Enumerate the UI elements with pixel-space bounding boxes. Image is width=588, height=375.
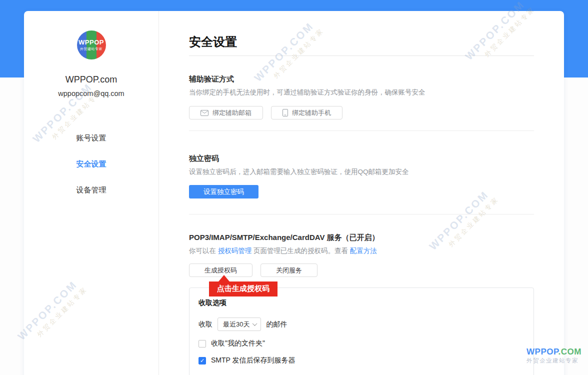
fetch-options-heading: 收取选项 xyxy=(198,298,524,308)
smtp-save-label: SMTP 发信后保存到服务器 xyxy=(211,356,296,365)
pwd-description: 设置独立密码后，进入邮箱需要输入独立密码验证，使用QQ邮箱更加安全 xyxy=(189,168,534,176)
logo-subtext: 外贸建站专家 xyxy=(80,46,102,52)
bind-backup-email-label: 绑定辅助邮箱 xyxy=(212,108,252,118)
chevron-down-icon xyxy=(252,321,258,326)
wppop-logo: WPPOP 外贸建站专家 xyxy=(77,30,106,60)
sidebar-item-device-management[interactable]: 设备管理 xyxy=(24,186,158,195)
title-divider xyxy=(189,56,534,56)
sidebar-item-security-settings[interactable]: 安全设置 xyxy=(24,160,158,169)
aux-buttons-row: 绑定辅助邮箱 绑定辅助手机 xyxy=(189,106,534,120)
close-service-button[interactable]: 关闭服务 xyxy=(260,264,318,277)
envelope-icon xyxy=(200,110,208,116)
footer-brand-tagline: 外贸企业建站专家 xyxy=(526,358,582,364)
section-divider xyxy=(189,130,534,131)
callout-label: 点击生成授权码 xyxy=(217,284,270,292)
pop-desc-mid: 页面管理已生成的授权码。查看 xyxy=(254,247,348,254)
fetch-range-select[interactable]: 最近30天 xyxy=(218,318,261,331)
fetch-options-box: 收取选项 收取 最近30天 的邮件 收取"我的文件夹" xyxy=(189,288,534,375)
fetch-prefix-label: 收取 xyxy=(198,320,212,329)
account-email: wppopcom@qq.com xyxy=(24,90,158,98)
fetch-my-folders-label: 收取"我的文件夹" xyxy=(211,339,265,348)
logo-text: WPPOP xyxy=(78,38,104,46)
pop-desc-prefix: 你可以在 xyxy=(189,247,216,254)
mobile-phone-icon xyxy=(282,109,288,116)
fetch-range-value: 最近30天 xyxy=(223,320,250,329)
main-content: 安全设置 辅助验证方式 当你绑定的手机无法使用时，可通过辅助验证方式验证你的身份… xyxy=(159,11,564,375)
smtp-save-checkbox[interactable] xyxy=(198,357,206,364)
pop-controls-wrap: 生成授权码 关闭服务 点击生成授权码 收取选项 收取 最近30天 xyxy=(189,264,534,375)
sidebar-nav: 账号设置 安全设置 设备管理 xyxy=(24,134,158,195)
footer-brand: WPPOP.COM 外贸企业建站专家 xyxy=(526,347,582,364)
footer-brand-wppop: WPPOP xyxy=(526,347,558,356)
footer-brand-name: WPPOP.COM xyxy=(526,347,582,357)
pop-description: 你可以在 授权码管理 页面管理已生成的授权码。查看 配置方法 xyxy=(189,246,534,256)
independent-password-section: 独立密码 设置独立密码后，进入邮箱需要输入独立密码验证，使用QQ邮箱更加安全 设… xyxy=(189,154,534,214)
generate-auth-code-callout: 点击生成授权码 xyxy=(209,282,278,296)
aux-heading: 辅助验证方式 xyxy=(189,74,534,84)
sidebar-item-account-settings[interactable]: 账号设置 xyxy=(24,134,158,143)
fetch-range-row: 收取 最近30天 的邮件 xyxy=(198,318,524,331)
aux-verification-section: 辅助验证方式 当你绑定的手机无法使用时，可通过辅助验证方式验证你的身份，确保账号… xyxy=(189,74,534,131)
pwd-heading: 独立密码 xyxy=(189,154,534,164)
section-divider xyxy=(189,214,534,214)
footer-brand-com: .COM xyxy=(558,347,582,356)
bind-backup-phone-label: 绑定辅助手机 xyxy=(292,108,331,118)
set-independent-password-button[interactable]: 设置独立密码 xyxy=(189,185,258,198)
page-title: 安全设置 xyxy=(189,34,534,50)
aux-description: 当你绑定的手机无法使用时，可通过辅助验证方式验证你的身份，确保账号安全 xyxy=(189,88,534,97)
account-name: WPPOP.com xyxy=(24,74,158,85)
fetch-my-folders-row: 收取"我的文件夹" xyxy=(198,339,524,348)
pop-heading: POP3/IMAP/SMTP/Exchange/CardDAV 服务（已开启） xyxy=(189,233,534,242)
settings-card: WPPOP 外贸建站专家 WPPOP.com wppopcom@qq.com 账… xyxy=(24,11,564,375)
sidebar: WPPOP 外贸建站专家 WPPOP.com wppopcom@qq.com 账… xyxy=(24,11,159,375)
pop-service-section: POP3/IMAP/SMTP/Exchange/CardDAV 服务（已开启） … xyxy=(189,233,534,375)
bind-backup-email-button[interactable]: 绑定辅助邮箱 xyxy=(189,106,263,120)
fetch-suffix-label: 的邮件 xyxy=(266,320,287,329)
bind-backup-phone-button[interactable]: 绑定辅助手机 xyxy=(271,106,342,120)
callout-arrow-up-icon xyxy=(218,275,230,282)
pop-buttons-row: 生成授权码 关闭服务 xyxy=(189,264,534,277)
config-method-link[interactable]: 配置方法 xyxy=(350,247,377,254)
fetch-my-folders-checkbox[interactable] xyxy=(198,340,206,348)
pwd-buttons-row: 设置独立密码 xyxy=(189,185,534,198)
auth-code-management-link[interactable]: 授权码管理 xyxy=(218,247,252,254)
smtp-save-row: SMTP 发信后保存到服务器 xyxy=(198,356,524,365)
